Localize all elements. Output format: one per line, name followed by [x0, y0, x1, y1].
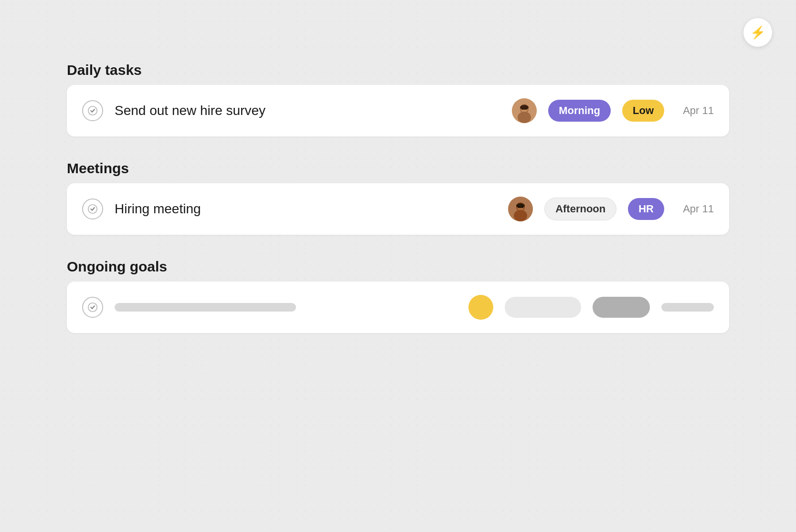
avatar — [512, 98, 537, 123]
avatar-meeting — [508, 197, 533, 221]
goal-time-placeholder — [505, 297, 581, 318]
flash-icon: ⚡ — [750, 25, 765, 40]
ongoing-goal-row[interactable] — [67, 282, 729, 333]
svg-point-12 — [514, 210, 527, 221]
svg-point-13 — [516, 203, 525, 208]
priority-badge: Low — [622, 100, 664, 122]
ongoing-goals-section: Ongoing goals — [67, 259, 729, 333]
daily-tasks-section: Daily tasks Send out new hire survey — [67, 62, 729, 136]
meeting-row[interactable]: Hiring meeting Afternoon HR Apr 11 — [67, 183, 729, 235]
daily-tasks-title: Daily tasks — [67, 62, 729, 78]
category-badge-meeting: HR — [628, 198, 664, 220]
goal-badge-placeholder — [593, 297, 650, 318]
meetings-title: Meetings — [67, 160, 729, 177]
main-container: Daily tasks Send out new hire survey — [67, 62, 729, 357]
task-row[interactable]: Send out new hire survey Morning Low Apr… — [67, 85, 729, 136]
meeting-title: Hiring meeting — [115, 201, 497, 217]
goal-title-placeholder — [115, 303, 296, 312]
svg-point-4 — [518, 112, 531, 123]
flash-button[interactable]: ⚡ — [743, 18, 772, 47]
time-badge: Morning — [548, 100, 611, 122]
svg-point-5 — [520, 105, 529, 110]
check-icon-meeting[interactable] — [82, 198, 103, 219]
goal-date-placeholder — [661, 303, 714, 312]
time-badge-meeting: Afternoon — [544, 198, 616, 220]
task-date: Apr 11 — [676, 104, 714, 117]
check-icon-goal[interactable] — [82, 297, 103, 318]
svg-point-15 — [522, 206, 523, 208]
svg-point-14 — [518, 206, 520, 208]
task-title: Send out new hire survey — [115, 103, 500, 118]
check-icon[interactable] — [82, 100, 103, 121]
ongoing-goals-title: Ongoing goals — [67, 259, 729, 275]
goal-avatar-placeholder — [468, 295, 493, 320]
svg-point-7 — [526, 108, 527, 110]
svg-point-6 — [522, 108, 523, 110]
meeting-date: Apr 11 — [676, 203, 714, 215]
meetings-section: Meetings Hiring meeting — [67, 160, 729, 235]
